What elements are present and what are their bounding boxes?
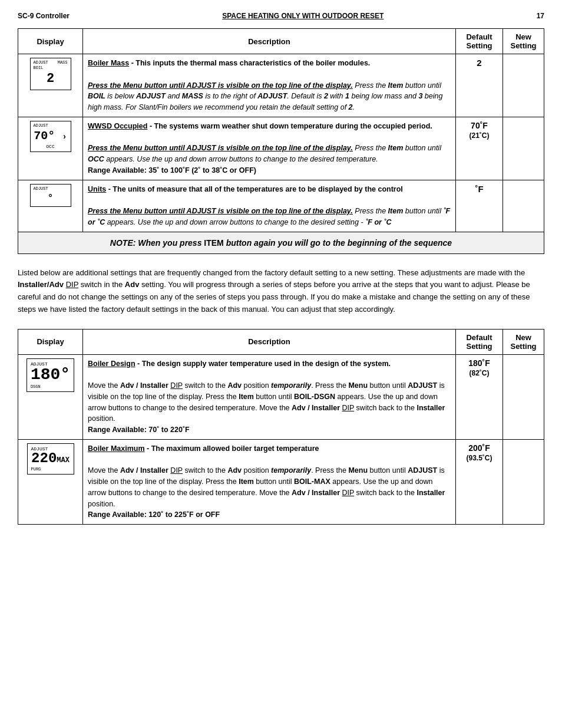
default-cell-boiler-mass: 2 — [456, 54, 503, 117]
display-cell-boiler-mass: ADJUST MASS BOIL 2 — [18, 54, 83, 117]
desc-cell-wwsd: WWSD Occupied - The systems warm weather… — [83, 117, 456, 180]
default-cell-wwsd: 70˚F(21˚C) — [456, 117, 503, 180]
new-cell-units — [503, 180, 544, 232]
col2-header-new: NewSetting — [503, 329, 544, 354]
table-row: ADJUST MASS BOIL 2 Boiler Mass - This in… — [18, 54, 544, 117]
note-row: NOTE: When you press ITEM button again y… — [18, 232, 544, 253]
table-row: ADJUST ° Units - The units of measure th… — [18, 180, 544, 232]
table-row: ADJUST 70° › OCC WWSD Occupied - The sys… — [18, 117, 544, 180]
display-cell-wwsd: ADJUST 70° › OCC — [18, 117, 83, 180]
controller-label: SC-9 Controller — [18, 12, 70, 20]
desc-cell-boiler-max: Boiler Maximum - The maximum allowed boi… — [83, 439, 456, 524]
display-cell-boiler-design: ADJUST 180° DSGN — [18, 354, 83, 439]
default-cell-units: ˚F — [456, 180, 503, 232]
page-title: SPACE HEATING ONLY WITH OUTDOOR RESET — [70, 12, 537, 20]
col-header-default: DefaultSetting — [456, 29, 503, 54]
desc-cell-boiler-design: Boiler Design - The design supply water … — [83, 354, 456, 439]
col-header-display: Display — [18, 29, 83, 54]
new-cell-wwsd — [503, 117, 544, 180]
page-header: SC-9 Controller SPACE HEATING ONLY WITH … — [18, 12, 544, 20]
col2-header-default: DefaultSetting — [456, 329, 503, 354]
table-row: ADJUST 220MAX PURG Boiler Maximum - The … — [18, 439, 544, 524]
col2-header-description: Description — [83, 329, 456, 354]
table2: Display Description DefaultSetting NewSe… — [18, 329, 544, 525]
display-cell-boiler-max: ADJUST 220MAX PURG — [18, 439, 83, 524]
desc-cell-units: Units - The units of measure that all of… — [83, 180, 456, 232]
col2-header-display: Display — [18, 329, 83, 354]
table-row: ADJUST 180° DSGN Boiler Design - The des… — [18, 354, 544, 439]
new-cell-boiler-design — [503, 354, 544, 439]
display-cell-units: ADJUST ° — [18, 180, 83, 232]
default-cell-boiler-max: 200˚F(93.5˚C) — [456, 439, 503, 524]
col-header-description: Description — [83, 29, 456, 54]
body-paragraph: Listed below are additional settings tha… — [18, 267, 544, 316]
default-cell-boiler-design: 180˚F(82˚C) — [456, 354, 503, 439]
new-cell-boiler-max — [503, 439, 544, 524]
note-text: NOTE: When you press ITEM button again y… — [18, 232, 544, 253]
desc-cell-boiler-mass: Boiler Mass - This inputs the thermal ma… — [83, 54, 456, 117]
col-header-new: NewSetting — [503, 29, 544, 54]
table1: Display Description DefaultSetting NewSe… — [18, 28, 544, 254]
page-number: 17 — [537, 12, 544, 20]
new-cell-boiler-mass — [503, 54, 544, 117]
